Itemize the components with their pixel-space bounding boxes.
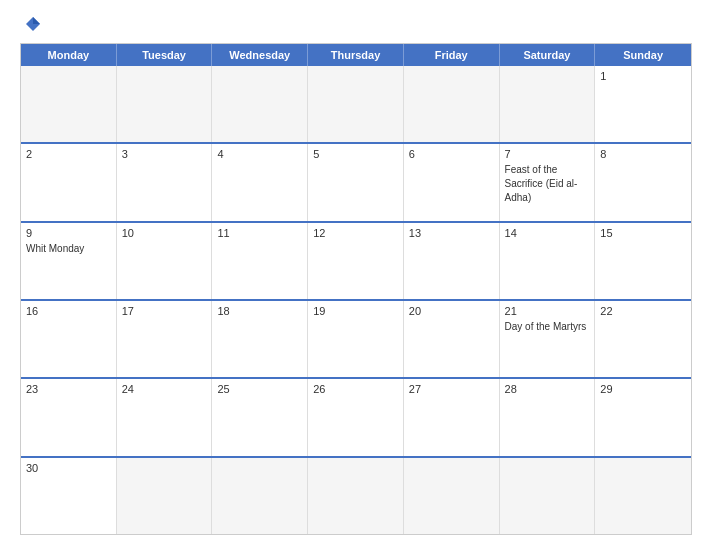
- day-number: 18: [217, 305, 302, 317]
- cal-cell: [212, 458, 308, 534]
- day-number: 15: [600, 227, 686, 239]
- day-number: 22: [600, 305, 686, 317]
- cal-cell: 21Day of the Martyrs: [500, 301, 596, 377]
- day-number: 6: [409, 148, 494, 160]
- week-row-2: 9Whit Monday101112131415: [21, 223, 691, 301]
- logo-icon: [24, 15, 42, 33]
- header-day-friday: Friday: [404, 44, 500, 66]
- event-label: Day of the Martyrs: [505, 321, 587, 332]
- day-number: 9: [26, 227, 111, 239]
- cal-cell: [500, 458, 596, 534]
- cal-cell: 23: [21, 379, 117, 455]
- cal-cell: 5: [308, 144, 404, 220]
- day-number: 24: [122, 383, 207, 395]
- calendar-body: 1234567Feast of the Sacrifice (Eid al-Ad…: [21, 66, 691, 534]
- day-number: 16: [26, 305, 111, 317]
- calendar-page: MondayTuesdayWednesdayThursdayFridaySatu…: [0, 0, 712, 550]
- day-number: 5: [313, 148, 398, 160]
- day-number: 8: [600, 148, 686, 160]
- cal-cell: 8: [595, 144, 691, 220]
- header: [20, 15, 692, 33]
- header-day-monday: Monday: [21, 44, 117, 66]
- header-day-tuesday: Tuesday: [117, 44, 213, 66]
- cal-cell: 9Whit Monday: [21, 223, 117, 299]
- cal-cell: [212, 66, 308, 142]
- cal-cell: 11: [212, 223, 308, 299]
- cal-cell: 4: [212, 144, 308, 220]
- calendar: MondayTuesdayWednesdayThursdayFridaySatu…: [20, 43, 692, 535]
- cal-cell: 28: [500, 379, 596, 455]
- cal-cell: [404, 458, 500, 534]
- event-label: Feast of the Sacrifice (Eid al-Adha): [505, 164, 578, 203]
- day-number: 11: [217, 227, 302, 239]
- week-row-5: 30: [21, 458, 691, 534]
- day-number: 20: [409, 305, 494, 317]
- event-label: Whit Monday: [26, 243, 84, 254]
- day-number: 21: [505, 305, 590, 317]
- cal-cell: [500, 66, 596, 142]
- day-number: 17: [122, 305, 207, 317]
- day-number: 27: [409, 383, 494, 395]
- cal-cell: [117, 458, 213, 534]
- day-number: 30: [26, 462, 111, 474]
- day-number: 23: [26, 383, 111, 395]
- cal-cell: 27: [404, 379, 500, 455]
- day-number: 4: [217, 148, 302, 160]
- day-number: 1: [600, 70, 686, 82]
- cal-cell: 16: [21, 301, 117, 377]
- cal-cell: 15: [595, 223, 691, 299]
- cal-cell: 3: [117, 144, 213, 220]
- cal-cell: 7Feast of the Sacrifice (Eid al-Adha): [500, 144, 596, 220]
- header-day-sunday: Sunday: [595, 44, 691, 66]
- day-number: 29: [600, 383, 686, 395]
- header-day-saturday: Saturday: [500, 44, 596, 66]
- header-day-wednesday: Wednesday: [212, 44, 308, 66]
- cal-cell: 13: [404, 223, 500, 299]
- cal-cell: [21, 66, 117, 142]
- week-row-0: 1: [21, 66, 691, 144]
- header-day-thursday: Thursday: [308, 44, 404, 66]
- cal-cell: 20: [404, 301, 500, 377]
- day-number: 26: [313, 383, 398, 395]
- day-number: 25: [217, 383, 302, 395]
- logo: [20, 15, 42, 33]
- week-row-3: 161718192021Day of the Martyrs22: [21, 301, 691, 379]
- day-number: 2: [26, 148, 111, 160]
- day-number: 10: [122, 227, 207, 239]
- cal-cell: 25: [212, 379, 308, 455]
- cal-cell: [308, 66, 404, 142]
- day-number: 3: [122, 148, 207, 160]
- cal-cell: 1: [595, 66, 691, 142]
- cal-cell: 29: [595, 379, 691, 455]
- day-number: 19: [313, 305, 398, 317]
- day-number: 28: [505, 383, 590, 395]
- cal-cell: 22: [595, 301, 691, 377]
- cal-cell: 24: [117, 379, 213, 455]
- week-row-1: 234567Feast of the Sacrifice (Eid al-Adh…: [21, 144, 691, 222]
- cal-cell: 12: [308, 223, 404, 299]
- cal-cell: 6: [404, 144, 500, 220]
- cal-cell: 10: [117, 223, 213, 299]
- cal-cell: [404, 66, 500, 142]
- calendar-header: MondayTuesdayWednesdayThursdayFridaySatu…: [21, 44, 691, 66]
- week-row-4: 23242526272829: [21, 379, 691, 457]
- day-number: 14: [505, 227, 590, 239]
- svg-marker-1: [33, 17, 40, 24]
- day-number: 7: [505, 148, 590, 160]
- cal-cell: 14: [500, 223, 596, 299]
- cal-cell: [308, 458, 404, 534]
- cal-cell: 19: [308, 301, 404, 377]
- day-number: 12: [313, 227, 398, 239]
- cal-cell: 26: [308, 379, 404, 455]
- cal-cell: 2: [21, 144, 117, 220]
- cal-cell: [117, 66, 213, 142]
- day-number: 13: [409, 227, 494, 239]
- cal-cell: [595, 458, 691, 534]
- cal-cell: 17: [117, 301, 213, 377]
- cal-cell: 18: [212, 301, 308, 377]
- cal-cell: 30: [21, 458, 117, 534]
